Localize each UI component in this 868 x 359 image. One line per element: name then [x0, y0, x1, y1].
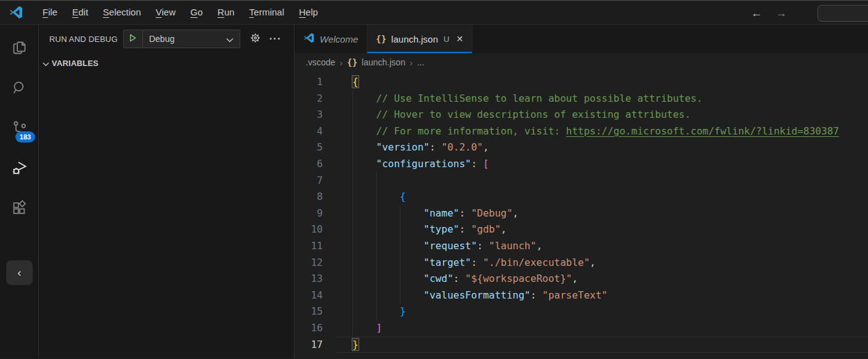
line-number: 2	[294, 91, 336, 107]
tab-welcome[interactable]: Welcome	[294, 25, 367, 53]
breadcrumb-file[interactable]: launch.json	[362, 57, 405, 67]
indent-guide	[352, 271, 353, 287]
line-content: "configurations": [	[336, 156, 868, 173]
code-token	[352, 125, 376, 137]
indent-guide	[352, 320, 353, 337]
code-line[interactable]: 8 {	[294, 189, 868, 205]
more-actions-button[interactable]: ···	[269, 33, 282, 45]
menu-terminal[interactable]: Terminal	[242, 4, 292, 21]
debug-settings-button[interactable]	[249, 31, 262, 46]
code-editor[interactable]: 1{2 // Use IntelliSense to learn about p…	[294, 72, 868, 358]
indent-guide	[376, 189, 377, 205]
indent-guide	[352, 123, 353, 140]
line-content: "type": "gdb",	[336, 221, 868, 238]
code-token: "version"	[376, 141, 430, 153]
code-token	[352, 240, 424, 252]
close-icon[interactable]: ✕	[456, 34, 463, 44]
activity-source-control[interactable]: 183	[0, 109, 38, 149]
indent-guide	[400, 238, 400, 255]
start-debug-button[interactable]	[123, 30, 143, 48]
menu-edit[interactable]: Edit	[65, 4, 95, 21]
line-content: "version": "0.2.0",	[336, 139, 868, 156]
line-number: 15	[294, 303, 336, 320]
code-line[interactable]: 17}	[294, 337, 868, 353]
chevron-down-icon	[226, 34, 233, 44]
tab-launch-json[interactable]: {} launch.json U ✕	[367, 25, 473, 53]
code-token: :	[471, 158, 483, 170]
code-token: "0.2.0"	[442, 141, 483, 153]
line-content: "cwd": "${workspaceRoot}",	[336, 271, 868, 287]
code-line[interactable]: 7	[294, 173, 868, 189]
code-line[interactable]: 16 ]	[294, 320, 868, 337]
line-content: "request": "launch",	[336, 238, 868, 255]
line-content: }	[336, 337, 868, 353]
menu-view[interactable]: View	[148, 4, 183, 21]
menu-go[interactable]: Go	[183, 4, 210, 21]
code-token	[352, 257, 424, 268]
code-line[interactable]: 10 "type": "gdb",	[294, 221, 868, 238]
code-line[interactable]: 15 }	[294, 303, 868, 320]
code-line[interactable]: 12 "target": "./bin/executable",	[294, 255, 868, 271]
activity-run-and-debug[interactable]	[0, 149, 38, 189]
code-line[interactable]: 14 "valuesFormatting": "parseText"	[294, 287, 868, 304]
code-line[interactable]: 5 "version": "0.2.0",	[294, 139, 868, 156]
command-center-search-input[interactable]	[817, 5, 868, 22]
activity-explorer[interactable]	[0, 28, 38, 68]
activity-extensions[interactable]	[0, 189, 38, 229]
activity-search[interactable]	[0, 68, 38, 109]
variables-section-header[interactable]: VARIABLES	[39, 56, 294, 70]
menu-selection[interactable]: Selection	[95, 4, 148, 21]
code-token: ,	[513, 207, 519, 219]
indent-guide	[352, 189, 353, 205]
line-content: // For more information, visit: https://…	[336, 123, 868, 140]
menu-run[interactable]: Run	[210, 4, 242, 21]
code-token: // Use IntelliSense to learn about possi…	[376, 93, 703, 104]
line-number: 1	[294, 74, 336, 91]
code-token	[352, 109, 376, 120]
gear-icon	[249, 31, 262, 46]
play-icon	[128, 33, 137, 44]
line-number: 14	[294, 287, 336, 304]
indent-guide	[400, 221, 400, 238]
indent-guide	[352, 173, 353, 189]
chevron-left-button[interactable]: ‹	[6, 260, 33, 285]
code-line[interactable]: 6 "configurations": [	[294, 156, 868, 173]
code-token: }	[400, 305, 406, 317]
code-token: {	[352, 76, 359, 88]
line-content: }	[336, 303, 868, 320]
code-token	[352, 93, 376, 104]
code-token: "./bin/executable"	[483, 257, 590, 268]
code-token	[352, 289, 424, 301]
nav-forward-icon[interactable]: →	[776, 7, 787, 20]
indent-guide	[400, 255, 400, 271]
debug-config-label: Debug	[149, 34, 226, 44]
code-token	[352, 223, 424, 235]
code-line[interactable]: 1{	[294, 74, 868, 91]
code-token: {	[400, 191, 406, 202]
indent-guide	[376, 287, 377, 304]
code-line[interactable]: 13 "cwd": "${workspaceRoot}",	[294, 271, 868, 287]
title-bar: FileEditSelectionViewGoRunTerminalHelp ←…	[0, 0, 868, 25]
code-line[interactable]: 3 // Hover to view descriptions of exist…	[294, 107, 868, 123]
indent-guide	[352, 91, 353, 107]
nav-back-icon[interactable]: ←	[751, 7, 762, 20]
breadcrumb-folder[interactable]: .vscode	[306, 57, 335, 67]
menu-help[interactable]: Help	[291, 4, 325, 21]
line-number: 3	[294, 107, 336, 123]
indent-guide	[400, 287, 400, 304]
code-line[interactable]: 2 // Use IntelliSense to learn about pos…	[294, 91, 868, 107]
code-token	[352, 158, 376, 170]
code-token: "${workspaceRoot}"	[465, 273, 572, 284]
indent-guide	[352, 255, 353, 271]
menu-file[interactable]: File	[35, 4, 65, 21]
code-line[interactable]: 11 "request": "launch",	[294, 238, 868, 255]
line-content: // Use IntelliSense to learn about possi…	[336, 91, 868, 107]
debug-config-dropdown[interactable]: Debug	[143, 30, 240, 48]
code-line[interactable]: 9 "name": "Debug",	[294, 205, 868, 222]
menu-bar: FileEditSelectionViewGoRunTerminalHelp	[35, 1, 325, 24]
indent-guide	[352, 107, 353, 123]
code-line[interactable]: 4 // For more information, visit: https:…	[294, 123, 868, 140]
code-token: ,	[483, 141, 489, 153]
breadcrumb-symbol[interactable]: ...	[417, 57, 424, 67]
code-token	[352, 322, 376, 334]
